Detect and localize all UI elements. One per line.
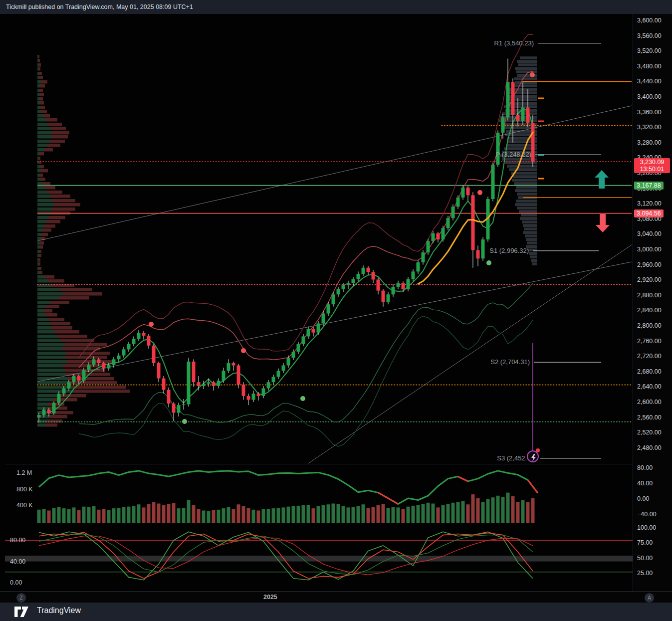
volume-bar [437,507,440,523]
candle-body [496,133,500,165]
candle-body [307,329,310,336]
stoch-mid-band [5,556,633,562]
price-tick: 3,520.00 [637,47,662,54]
price-axis[interactable]: 3,230.09 13:50:01 3,167.88 3,094.56 3,60… [633,14,672,591]
candle-body [97,359,101,363]
volume-tick: 80.00 [637,464,653,471]
price-tick: 3,120.00 [637,200,662,207]
volume-profile-left-row [37,271,39,274]
candle-body [177,405,181,413]
volume-bar [37,510,41,523]
volume-bar [297,506,300,523]
volume-profile-left-row [37,157,38,160]
candle-body [127,344,131,350]
price-tick: 3,320.00 [637,124,662,131]
volume-bar [132,506,136,523]
volume-profile-right-row [506,98,537,101]
volume-bar [57,507,61,523]
candle-body [367,268,370,272]
volume-bar [382,504,385,523]
auto-scale-button[interactable]: A [645,593,654,603]
volume-profile-left-row [37,216,48,219]
volume-bar [202,511,206,523]
price-tick: 2,640.00 [637,383,662,390]
volume-profile-right-row [523,231,537,234]
tradingview-brand-text[interactable]: TradingView [37,606,81,615]
volume-profile-left-row [37,254,39,257]
year-tick-label: 2025 [263,594,277,601]
volume-profile-left-row [37,114,43,118]
volume-profile-right-row [515,189,537,192]
volume-profile-left-row [37,203,54,207]
volume-profile-left-row [37,178,40,181]
volume-bar [456,502,460,523]
candle-body [437,233,440,239]
volume-profile-left-row [37,262,38,266]
volume-bar [402,509,405,523]
volume-left-tick: 800 K [16,486,33,493]
volume-bar [102,509,106,523]
volume-bar [172,503,176,523]
publish-text: Tickmill published on TradingView.com, M… [6,3,193,10]
stochastic-panel[interactable] [5,523,633,591]
candle-body [202,384,206,386]
volume-profile-left-row [37,207,52,211]
candle-body [167,390,171,404]
candle-body [471,195,475,250]
volume-profile-left-row [37,279,48,283]
volume-bar [252,510,255,523]
volume-profile-left-row [37,93,40,96]
timezone-button[interactable]: Z [16,593,26,603]
candle-body [72,376,76,382]
price-tick: 3,560.00 [637,32,662,39]
volume-profile-left-row [37,135,51,139]
price-tick: 3,360.00 [637,109,662,116]
candle-body [62,388,66,394]
volume-bar [407,507,410,523]
volume-bar [262,509,265,523]
volume-profile-left-row [37,110,41,113]
main-price-chart[interactable]: R1 (3,540.23)P (3,248.22)S1 (2,996.32)S2… [5,14,633,464]
candle-body [312,329,315,333]
green-level-value: 3,167.88 [637,182,661,189]
volume-profile-left-row [37,220,46,223]
red-signal-dot [530,72,535,77]
volume-profile-left-row [37,233,41,236]
volume-left-tick: 400 K [16,502,33,509]
candle-body [352,279,355,283]
volume-profile-left-row [37,72,39,75]
volume-profile-right-row [516,200,537,203]
panel-separator[interactable] [5,523,633,523]
price-tick: 2,920.00 [637,276,662,283]
pivot-label: P (3,248.22) [496,151,531,158]
volume-profile-right-row [512,84,537,87]
panel-separator[interactable] [5,464,633,464]
price-tick: 2,480.00 [637,444,662,451]
volume-bar [62,508,66,523]
volume-profile-left-row [37,360,67,364]
volume-profile-right-row [520,56,537,59]
volume-bar [377,505,380,523]
volume-profile-left-row [37,296,58,300]
volume-bar [287,507,290,523]
volume-bar [137,504,141,523]
price-tick: 2,560.00 [637,414,662,421]
publish-info-bar: Tickmill published on TradingView.com, M… [0,0,672,14]
volume-profile-left-row [37,174,39,177]
time-axis[interactable]: Z 2025 A [0,591,672,603]
volume-bar [302,505,305,523]
stoch-tick: 50.00 [637,555,653,562]
volume-bar [327,504,330,523]
candle-body [501,117,505,133]
price-tick: 3,040.00 [637,230,662,237]
volume-bar [442,505,445,523]
volume-bar [337,504,340,523]
candle-body [282,366,285,371]
stoch-left-tick: 80.00 [10,537,25,544]
candle-body [317,323,320,332]
volume-profile-right-row [527,241,537,244]
volume-panel[interactable] [5,464,633,523]
profile-tick [538,178,544,180]
volume-bar [362,504,365,523]
volume-bar [257,511,260,523]
